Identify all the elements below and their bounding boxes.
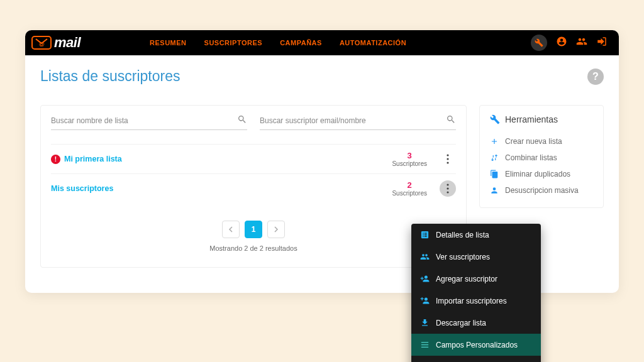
logo-icon: @ xyxy=(31,36,52,50)
ctx-delete[interactable]: Eliminar xyxy=(411,356,541,362)
search-icon[interactable] xyxy=(446,114,456,127)
logo-text: mail xyxy=(54,35,80,51)
search-list-input[interactable] xyxy=(51,116,237,125)
nav-suscriptores[interactable]: SUSCRIPTORES xyxy=(204,39,263,47)
main-nav: RESUMEN SUSCRIPTORES CAMPAÑAS AUTOMATIZA… xyxy=(150,39,406,47)
ctx-custom-fields[interactable]: Campos Personalizados xyxy=(411,334,541,356)
top-nav-bar: @ mail RESUMEN SUSCRIPTORES CAMPAÑAS AUT… xyxy=(25,30,619,55)
list-row: ! Mi primera lista 3 Suscriptores xyxy=(51,144,456,173)
tool-create-list[interactable]: Crear nueva lista xyxy=(490,133,593,150)
row-context-menu: Detalles de lista Ver suscriptores Agreg… xyxy=(411,224,541,362)
svg-text:@: @ xyxy=(39,41,45,47)
ctx-view-subscribers[interactable]: Ver suscriptores xyxy=(411,246,541,268)
error-icon: ! xyxy=(51,155,60,164)
results-text: Mostrando 2 de 2 resultados xyxy=(51,244,456,252)
svg-point-3 xyxy=(447,162,448,163)
nav-automatizacion[interactable]: AUTOMATIZACIÓN xyxy=(340,39,406,47)
tool-merge-lists[interactable]: Combinar listas xyxy=(490,150,593,166)
help-icon[interactable]: ? xyxy=(587,69,604,85)
ctx-add-subscriber[interactable]: Agregar suscriptor xyxy=(411,268,541,290)
account-icon[interactable] xyxy=(556,36,567,50)
search-subscriber-input[interactable] xyxy=(260,116,446,125)
ctx-download-list[interactable]: Descargar lista xyxy=(411,312,541,334)
nav-campanas[interactable]: CAMPAÑAS xyxy=(280,39,322,47)
lists-card: ! Mi primera lista 3 Suscriptores xyxy=(40,105,467,268)
subscriber-count: 2 Suscriptores xyxy=(392,180,427,197)
top-right-icons xyxy=(531,35,619,51)
nav-resumen[interactable]: RESUMEN xyxy=(150,39,187,47)
row-menu-button[interactable] xyxy=(440,151,456,167)
pagination: 1 xyxy=(51,221,456,238)
list-name-link[interactable]: ! Mi primera lista xyxy=(51,155,392,164)
logout-icon[interactable] xyxy=(596,36,608,50)
page-title: Listas de suscriptores xyxy=(40,68,180,85)
tool-bulk-unsubscribe[interactable]: Desuscripcion masiva xyxy=(490,182,593,199)
pager-prev[interactable] xyxy=(222,221,240,238)
tools-card: Herramientas Crear nueva lista Combinar … xyxy=(479,105,604,208)
search-icon[interactable] xyxy=(237,114,247,127)
svg-point-1 xyxy=(447,154,448,156)
svg-point-2 xyxy=(447,158,448,160)
list-name-link[interactable]: Mis suscriptores xyxy=(51,184,392,193)
svg-point-6 xyxy=(447,191,448,193)
app-logo: @ mail xyxy=(31,35,80,51)
svg-point-5 xyxy=(447,187,448,189)
tools-icon[interactable] xyxy=(531,35,547,51)
users-icon[interactable] xyxy=(576,36,587,50)
list-row: Mis suscriptores 2 Suscriptores xyxy=(51,173,456,203)
svg-point-4 xyxy=(447,184,448,185)
tools-title: Herramientas xyxy=(490,114,593,124)
pager-page-1[interactable]: 1 xyxy=(245,221,262,238)
row-menu-button[interactable] xyxy=(440,180,456,197)
subscriber-count: 3 Suscriptores xyxy=(392,151,427,167)
ctx-list-details[interactable]: Detalles de lista xyxy=(411,224,541,246)
ctx-import-subscribers[interactable]: Importar suscriptores xyxy=(411,290,541,312)
tool-remove-duplicates[interactable]: Eliminar duplicados xyxy=(490,166,593,182)
pager-next[interactable] xyxy=(267,221,285,238)
